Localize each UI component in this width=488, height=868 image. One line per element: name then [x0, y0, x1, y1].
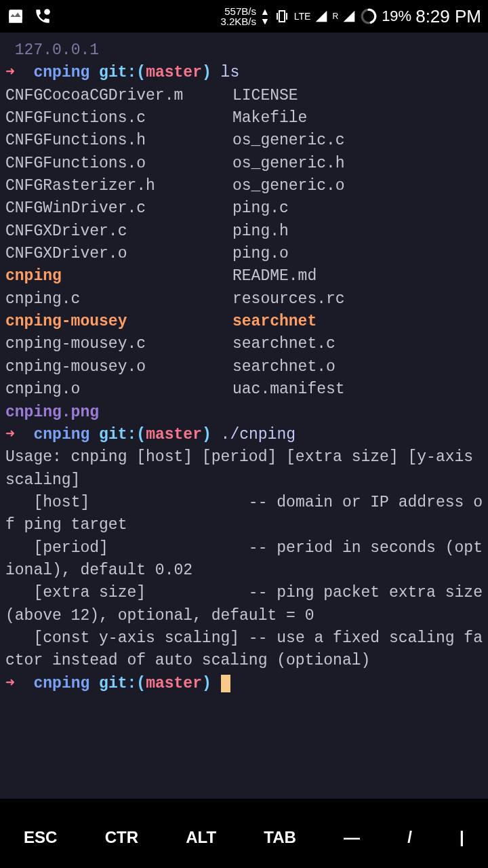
ls-command: ls: [221, 64, 240, 81]
file: resources.rc: [232, 288, 345, 311]
prompt-dir: cnping: [33, 426, 89, 443]
file: cnping-mousey.o: [5, 356, 232, 378]
prompt-arrow: ➜: [5, 64, 15, 81]
run-command: ./cnping: [221, 426, 296, 443]
git-label: git:: [99, 675, 136, 692]
file: cnping.o: [5, 378, 232, 401]
file: searchnet.o: [232, 356, 336, 378]
esc-key[interactable]: ESC: [14, 821, 66, 854]
file: Makefile: [232, 107, 307, 130]
git-branch: master: [146, 64, 202, 81]
file: searchnet.c: [232, 333, 336, 355]
file: uac.manifest: [232, 378, 345, 401]
image-file: cnping.png: [5, 403, 99, 421]
file: ping.o: [232, 243, 289, 265]
paren-close: ): [202, 675, 211, 692]
prompt-arrow: ➜: [5, 426, 15, 443]
executable: cnping: [5, 265, 232, 288]
file: os_generic.c: [232, 130, 345, 152]
signal2-icon: [342, 9, 356, 23]
file: os_generic.o: [232, 175, 345, 197]
terminal-output[interactable]: 127.0.0.1 ➜ cnping git:(master) ls CNFGC…: [0, 33, 488, 799]
paren-open: (: [136, 64, 146, 81]
phone-icon: [34, 7, 52, 25]
git-label: git:: [99, 64, 136, 81]
file: cnping-mousey.c: [5, 333, 232, 355]
battery-percent: 19%: [382, 7, 411, 25]
terminal-shortcut-bar: ESC CTR ALT TAB — / |: [0, 807, 488, 868]
executable: searchnet: [232, 311, 317, 333]
clock: 8:29 PM: [415, 6, 481, 27]
file: CNFGRasterizer.h: [5, 175, 232, 197]
prompt-arrow: ➜: [5, 675, 15, 692]
slash-key[interactable]: /: [398, 821, 422, 854]
file: CNFGCocoaCGDriver.m: [5, 85, 232, 107]
ip-line: 127.0.0.1: [5, 41, 99, 59]
signal-icon: [314, 9, 328, 23]
file: CNFGXDriver.c: [5, 220, 232, 243]
git-branch: master: [146, 426, 202, 443]
executable: cnping-mousey: [5, 311, 232, 333]
ctrl-key[interactable]: CTR: [96, 821, 148, 854]
file: CNFGFunctions.c: [5, 107, 232, 130]
cursor: [221, 675, 230, 692]
file: CNFGFunctions.o: [5, 153, 232, 175]
paren-open: (: [136, 426, 146, 443]
pipe-key[interactable]: |: [450, 821, 474, 854]
updown-arrows-icon: ▲▼: [260, 7, 270, 26]
paren-open: (: [136, 675, 146, 692]
dash-key[interactable]: —: [334, 821, 369, 854]
svg-point-1: [44, 9, 50, 15]
paren-close: ): [202, 64, 211, 81]
network-speed: 557B/s 3.2KB/s: [220, 6, 256, 26]
prompt-dir: cnping: [33, 675, 89, 692]
git-branch: master: [146, 675, 202, 692]
usage-text: Usage: cnping [host] [period] [extra siz…: [5, 448, 488, 669]
lte-label: LTE: [294, 11, 311, 22]
svg-rect-0: [9, 9, 22, 20]
roaming-label: R: [332, 12, 338, 21]
file: CNFGWinDriver.c: [5, 197, 232, 220]
file: CNFGXDriver.o: [5, 243, 232, 265]
file: ping.h: [232, 220, 289, 243]
file: os_generic.h: [232, 153, 345, 175]
git-label: git:: [99, 426, 136, 443]
paren-close: ): [202, 426, 211, 443]
alt-key[interactable]: ALT: [176, 821, 226, 854]
prompt-dir: cnping: [33, 64, 89, 81]
file: CNFGFunctions.h: [5, 130, 232, 152]
vibrate-icon: [274, 8, 290, 24]
file: README.md: [232, 265, 317, 288]
tab-key[interactable]: TAB: [254, 821, 306, 854]
screenshot-icon: [7, 7, 24, 25]
file: ping.c: [232, 197, 289, 220]
file: cnping.c: [5, 288, 232, 311]
battery-circle-icon: [360, 7, 378, 25]
android-status-bar: 557B/s 3.2KB/s ▲▼ LTE R 19% 8:29 PM: [0, 0, 488, 33]
file: LICENSE: [232, 85, 298, 107]
